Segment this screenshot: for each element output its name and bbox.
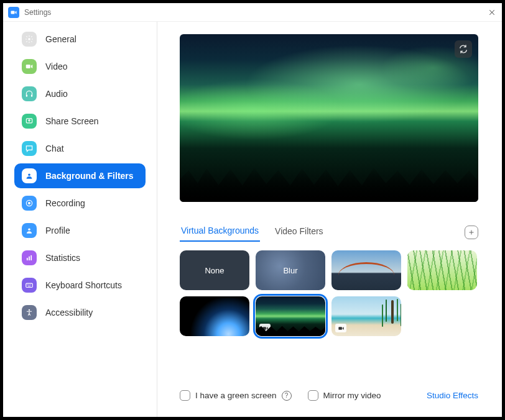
close-button[interactable] — [487, 7, 497, 17]
sidebar-item-video[interactable]: Video — [14, 54, 146, 79]
thumb-blur[interactable]: Blur — [256, 250, 325, 290]
headphones-icon — [22, 86, 37, 101]
recording-icon — [22, 196, 37, 211]
thumb-golden-gate[interactable] — [331, 250, 401, 290]
sidebar-item-label: Statistics — [45, 253, 80, 263]
sidebar-item-label: Chat — [45, 144, 64, 153]
svg-rect-17 — [28, 286, 31, 286]
sidebar-item-label: Share Screen — [45, 116, 99, 126]
video-icon — [22, 59, 37, 74]
window-title: Settings — [24, 8, 51, 17]
sidebar-item-label: Video — [45, 62, 68, 71]
close-icon — [488, 9, 496, 16]
background-filters-icon — [22, 168, 37, 183]
body: General Video Audio Share Screen — [3, 22, 502, 417]
plus-icon — [468, 229, 475, 236]
svg-rect-10 — [27, 258, 28, 260]
svg-point-8 — [28, 202, 30, 204]
green-screen-checkbox[interactable] — [180, 390, 190, 401]
sidebar-item-accessibility[interactable]: Accessibility — [14, 300, 146, 325]
sidebar-item-label: Background & Filters — [45, 171, 134, 181]
keyboard-icon — [22, 278, 37, 293]
tabs: Virtual Backgrounds Video Filters — [180, 223, 478, 242]
green-screen-help-button[interactable]: ? — [282, 391, 292, 401]
thumb-label: None — [205, 266, 224, 275]
settings-window: Settings General Video — [3, 3, 502, 417]
accessibility-icon — [22, 305, 37, 320]
camera-icon — [262, 325, 269, 332]
svg-point-9 — [28, 229, 30, 231]
background-thumbnails: None Blur — [180, 250, 484, 336]
rotate-icon — [458, 44, 468, 54]
sidebar-item-statistics[interactable]: Statistics — [14, 245, 146, 270]
svg-point-15 — [29, 285, 29, 285]
rotate-camera-button[interactable] — [455, 40, 472, 58]
gear-icon — [22, 32, 37, 47]
svg-rect-11 — [29, 257, 30, 260]
sidebar-item-keyboard-shortcuts[interactable]: Keyboard Shortcuts — [14, 273, 146, 298]
video-preview — [180, 34, 478, 202]
svg-point-6 — [28, 174, 30, 176]
sidebar-item-recording[interactable]: Recording — [14, 191, 146, 216]
svg-rect-12 — [30, 255, 32, 260]
sidebar-item-share-screen[interactable]: Share Screen — [14, 109, 146, 134]
studio-effects-link[interactable]: Studio Effects — [427, 391, 478, 400]
svg-rect-4 — [31, 94, 32, 97]
titlebar: Settings — [3, 3, 502, 22]
thumb-earth[interactable] — [180, 296, 249, 336]
sidebar: General Video Audio Share Screen — [3, 22, 157, 417]
svg-rect-20 — [338, 327, 342, 330]
svg-point-14 — [27, 285, 28, 285]
sidebar-item-label: Accessibility — [45, 308, 93, 317]
footer-row: I have a green screen ? Mirror my video … — [180, 390, 478, 404]
thumb-none[interactable]: None — [180, 250, 249, 290]
thumb-grass[interactable] — [407, 250, 477, 290]
camera-badge — [335, 324, 346, 332]
main-panel: Virtual Backgrounds Video Filters None B… — [157, 22, 502, 417]
sidebar-item-general[interactable]: General — [14, 27, 146, 52]
svg-point-18 — [29, 309, 30, 311]
sidebar-item-label: Audio — [45, 89, 68, 99]
sidebar-item-label: Keyboard Shortcuts — [45, 280, 122, 290]
profile-icon — [22, 223, 37, 238]
thumb-aurora[interactable] — [256, 296, 325, 336]
chat-icon — [22, 141, 37, 156]
mirror-video-label: Mirror my video — [323, 391, 381, 400]
statistics-icon — [22, 250, 37, 265]
zoom-app-icon — [8, 7, 19, 18]
tab-video-filters[interactable]: Video Filters — [274, 224, 325, 241]
svg-rect-3 — [26, 94, 27, 97]
svg-rect-0 — [11, 11, 15, 14]
sidebar-item-audio[interactable]: Audio — [14, 81, 146, 106]
green-screen-label: I have a green screen — [195, 391, 277, 400]
svg-point-16 — [30, 285, 30, 285]
sidebar-item-background-filters[interactable]: Background & Filters — [14, 163, 146, 188]
camera-icon — [338, 325, 345, 332]
thumb-label: Blur — [283, 266, 297, 275]
sidebar-item-label: Recording — [45, 198, 85, 208]
thumb-beach[interactable] — [331, 296, 401, 336]
help-icon: ? — [285, 392, 289, 399]
svg-rect-13 — [26, 283, 33, 287]
svg-rect-2 — [26, 65, 30, 68]
mirror-video-checkbox[interactable] — [308, 390, 318, 401]
share-screen-icon — [22, 114, 37, 129]
sidebar-item-label: General — [45, 34, 76, 44]
sidebar-item-chat[interactable]: Chat — [14, 136, 146, 161]
svg-rect-19 — [262, 327, 266, 330]
sidebar-item-label: Profile — [45, 226, 70, 235]
sidebar-item-profile[interactable]: Profile — [14, 218, 146, 243]
svg-point-1 — [28, 38, 30, 40]
tab-virtual-backgrounds[interactable]: Virtual Backgrounds — [180, 223, 260, 242]
camera-badge — [259, 324, 271, 332]
camera-icon — [10, 9, 17, 16]
add-background-button[interactable] — [465, 226, 478, 239]
